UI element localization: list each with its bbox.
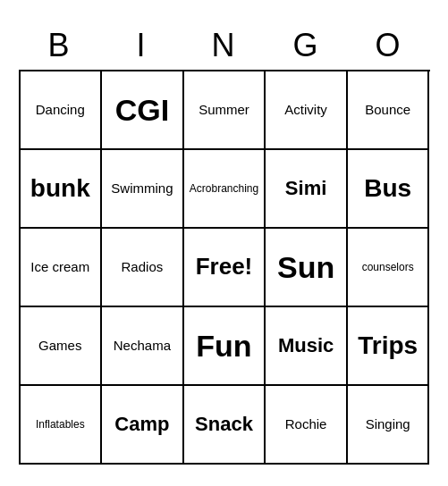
- bingo-cell-4: Bounce: [348, 71, 430, 150]
- header-letter-g: G: [266, 21, 348, 70]
- bingo-cell-3: Activity: [266, 71, 348, 150]
- bingo-cell-text-6: Swimming: [111, 180, 173, 197]
- bingo-cell-23: Rochie: [266, 386, 348, 465]
- bingo-cell-17: Fun: [184, 307, 266, 386]
- bingo-cell-text-14: counselors: [362, 261, 414, 273]
- bingo-cell-text-4: Bounce: [365, 102, 410, 118]
- bingo-cell-text-2: Summer: [199, 102, 249, 118]
- bingo-grid: DancingCGISummerActivityBouncebunkSwimmi…: [19, 70, 430, 465]
- bingo-cell-text-17: Fun: [196, 328, 251, 364]
- header-letter-o: O: [348, 21, 430, 70]
- bingo-cell-9: Bus: [348, 150, 430, 229]
- bingo-cell-8: Simi: [266, 150, 348, 229]
- bingo-cell-text-11: Radios: [122, 259, 164, 275]
- bingo-cell-text-8: Simi: [285, 177, 326, 200]
- bingo-cell-22: Snack: [184, 386, 266, 465]
- bingo-cell-text-3: Activity: [284, 102, 327, 118]
- bingo-cell-text-21: Camp: [114, 413, 169, 436]
- bingo-cell-text-1: CGI: [115, 92, 169, 129]
- bingo-header: BINGO: [19, 21, 430, 70]
- bingo-cell-text-12: Free!: [196, 253, 253, 281]
- bingo-cell-text-20: Inflatables: [36, 418, 85, 431]
- bingo-cell-text-15: Games: [38, 338, 81, 354]
- bingo-cell-text-7: Acrobranching: [190, 182, 258, 195]
- bingo-cell-text-10: Ice cream: [30, 259, 89, 275]
- bingo-cell-text-13: Sun: [277, 249, 334, 286]
- bingo-cell-1: CGI: [102, 71, 184, 150]
- bingo-cell-18: Music: [266, 307, 348, 386]
- bingo-cell-0: Dancing: [21, 71, 103, 150]
- header-letter-n: N: [183, 21, 266, 70]
- bingo-cell-24: Singing: [348, 386, 430, 465]
- bingo-cell-12: Free!: [184, 229, 266, 307]
- bingo-cell-5: bunk: [21, 150, 103, 229]
- bingo-cell-text-9: Bus: [364, 173, 411, 204]
- bingo-cell-10: Ice cream: [21, 229, 103, 307]
- bingo-cell-16: Nechama: [102, 307, 184, 386]
- bingo-cell-15: Games: [21, 307, 103, 386]
- bingo-cell-19: Trips: [348, 307, 430, 386]
- bingo-cell-13: Sun: [266, 229, 348, 307]
- bingo-cell-text-22: Snack: [195, 413, 253, 436]
- bingo-cell-text-5: bunk: [30, 173, 90, 204]
- bingo-cell-text-0: Dancing: [36, 102, 85, 118]
- bingo-cell-6: Swimming: [102, 150, 184, 229]
- bingo-cell-text-18: Music: [278, 334, 334, 357]
- bingo-cell-text-16: Nechama: [114, 338, 171, 354]
- bingo-cell-21: Camp: [102, 386, 184, 465]
- bingo-cell-text-24: Singing: [366, 416, 410, 432]
- header-letter-i: I: [101, 21, 183, 70]
- bingo-cell-2: Summer: [184, 71, 266, 150]
- bingo-cell-20: Inflatables: [21, 386, 103, 465]
- bingo-cell-14: counselors: [348, 229, 430, 307]
- bingo-cell-7: Acrobranching: [184, 150, 266, 229]
- bingo-cell-11: Radios: [102, 229, 184, 307]
- bingo-cell-text-19: Trips: [358, 331, 418, 361]
- header-letter-b: B: [19, 21, 101, 70]
- bingo-card: BINGO DancingCGISummerActivityBouncebunk…: [10, 13, 439, 473]
- bingo-cell-text-23: Rochie: [285, 416, 327, 432]
